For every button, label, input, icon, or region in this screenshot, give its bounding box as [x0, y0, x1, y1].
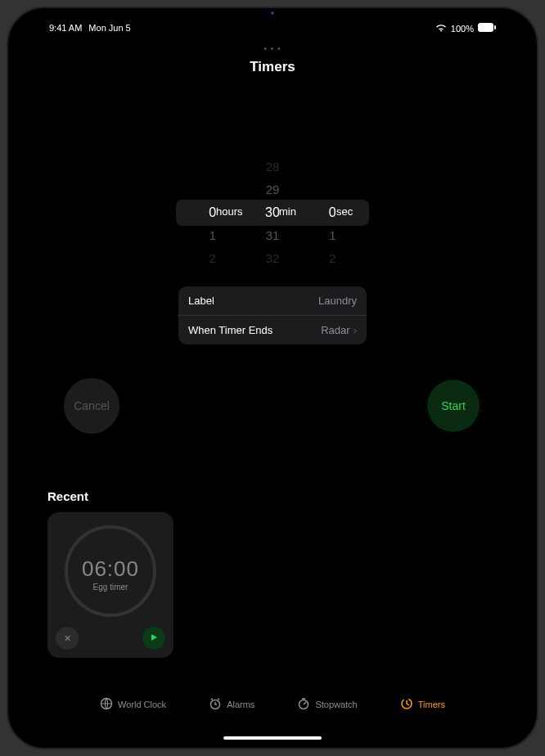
- close-icon: ✕: [64, 633, 71, 644]
- home-indicator[interactable]: [223, 736, 322, 740]
- recent-heading: Recent: [47, 489, 88, 503]
- timer-settings-group: Label Laundry When Timer Ends Radar ›: [178, 286, 367, 344]
- recent-timer-time: 06:00: [68, 556, 153, 582]
- tab-world-clock[interactable]: World Clock: [100, 697, 166, 712]
- picker-seconds-selected: 0: [329, 201, 336, 224]
- play-icon: [150, 633, 158, 643]
- tab-stopwatch[interactable]: Stopwatch: [297, 697, 357, 712]
- picker-hours-selected: 0: [209, 201, 216, 224]
- multitask-dots-icon[interactable]: • • •: [8, 44, 537, 53]
- svg-rect-1: [494, 25, 496, 29]
- chevron-right-icon: ›: [354, 324, 357, 336]
- svg-rect-0: [479, 24, 493, 32]
- camera-indicator: [271, 11, 274, 15]
- recent-timer-label: Egg timer: [68, 583, 153, 592]
- stopwatch-icon: [297, 697, 310, 712]
- page-title: Timers: [8, 59, 537, 75]
- tab-alarms[interactable]: Alarms: [209, 697, 254, 712]
- picker-minutes-column[interactable]: 27 28 29 30 31 32 33: [242, 155, 302, 270]
- status-date: Mon Jun 5: [88, 23, 130, 34]
- tab-bar: World Clock Alarms Stopwatch Timers: [8, 697, 537, 712]
- wifi-icon: [435, 24, 447, 34]
- timer-dial: 06:00 Egg timer: [65, 525, 156, 617]
- start-button[interactable]: Start: [426, 378, 481, 434]
- ipad-screen: 9:41 AM Mon Jun 5 100% • • • Timers 0 1 …: [7, 7, 538, 749]
- globe-icon: [100, 697, 113, 712]
- picker-hours-column[interactable]: 0 1 2 3: [182, 155, 242, 270]
- label-row[interactable]: Label Laundry: [178, 286, 367, 315]
- timer-icon: [400, 697, 413, 712]
- recent-delete-button[interactable]: ✕: [56, 627, 79, 650]
- duration-picker[interactable]: 0 1 2 3 27 28 29 30 31 32 33 0 1 2 3: [182, 155, 363, 270]
- recent-start-button[interactable]: [142, 627, 165, 650]
- when-timer-ends-row[interactable]: When Timer Ends Radar ›: [178, 315, 367, 344]
- battery-percent: 100%: [451, 24, 474, 34]
- picker-seconds-column[interactable]: 0 1 2 3: [303, 155, 363, 270]
- picker-minutes-selected: 30: [265, 201, 280, 224]
- battery-icon: [478, 23, 496, 34]
- ends-title: When Timer Ends: [188, 324, 272, 336]
- ends-value: Radar: [321, 324, 349, 336]
- tab-timers[interactable]: Timers: [400, 697, 445, 712]
- label-value: Laundry: [318, 295, 357, 307]
- label-title: Label: [188, 295, 214, 307]
- cancel-button[interactable]: Cancel: [64, 378, 119, 434]
- status-bar: 9:41 AM Mon Jun 5 100%: [8, 23, 537, 34]
- alarm-icon: [209, 697, 222, 712]
- status-time: 9:41 AM: [49, 23, 82, 34]
- recent-timer-card[interactable]: 06:00 Egg timer ✕: [47, 512, 173, 658]
